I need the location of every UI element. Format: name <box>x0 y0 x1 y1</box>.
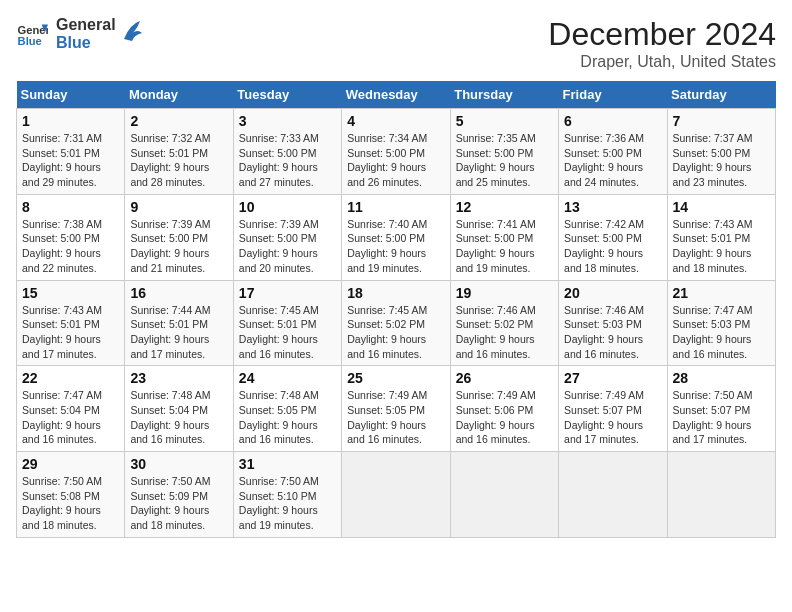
calendar-cell: 31Sunrise: 7:50 AM Sunset: 5:10 PM Dayli… <box>233 452 341 538</box>
day-number: 6 <box>564 113 661 129</box>
calendar-week-row: 8Sunrise: 7:38 AM Sunset: 5:00 PM Daylig… <box>17 194 776 280</box>
calendar-cell: 22Sunrise: 7:47 AM Sunset: 5:04 PM Dayli… <box>17 366 125 452</box>
day-number: 13 <box>564 199 661 215</box>
calendar-cell: 7Sunrise: 7:37 AM Sunset: 5:00 PM Daylig… <box>667 109 775 195</box>
day-number: 28 <box>673 370 770 386</box>
day-info: Sunrise: 7:46 AM Sunset: 5:02 PM Dayligh… <box>456 303 553 362</box>
logo-bird-icon <box>122 19 142 49</box>
calendar-week-row: 22Sunrise: 7:47 AM Sunset: 5:04 PM Dayli… <box>17 366 776 452</box>
day-info: Sunrise: 7:46 AM Sunset: 5:03 PM Dayligh… <box>564 303 661 362</box>
calendar-cell: 8Sunrise: 7:38 AM Sunset: 5:00 PM Daylig… <box>17 194 125 280</box>
day-number: 19 <box>456 285 553 301</box>
calendar-cell <box>559 452 667 538</box>
calendar-cell: 27Sunrise: 7:49 AM Sunset: 5:07 PM Dayli… <box>559 366 667 452</box>
calendar-week-row: 29Sunrise: 7:50 AM Sunset: 5:08 PM Dayli… <box>17 452 776 538</box>
day-number: 18 <box>347 285 444 301</box>
day-number: 2 <box>130 113 227 129</box>
calendar-cell: 4Sunrise: 7:34 AM Sunset: 5:00 PM Daylig… <box>342 109 450 195</box>
day-number: 20 <box>564 285 661 301</box>
svg-text:Blue: Blue <box>18 35 42 47</box>
day-number: 1 <box>22 113 119 129</box>
calendar-cell: 19Sunrise: 7:46 AM Sunset: 5:02 PM Dayli… <box>450 280 558 366</box>
calendar-cell: 20Sunrise: 7:46 AM Sunset: 5:03 PM Dayli… <box>559 280 667 366</box>
day-number: 12 <box>456 199 553 215</box>
main-title: December 2024 <box>548 16 776 53</box>
day-number: 27 <box>564 370 661 386</box>
calendar-cell: 29Sunrise: 7:50 AM Sunset: 5:08 PM Dayli… <box>17 452 125 538</box>
day-info: Sunrise: 7:48 AM Sunset: 5:04 PM Dayligh… <box>130 388 227 447</box>
day-info: Sunrise: 7:39 AM Sunset: 5:00 PM Dayligh… <box>130 217 227 276</box>
calendar-cell: 2Sunrise: 7:32 AM Sunset: 5:01 PM Daylig… <box>125 109 233 195</box>
day-number: 4 <box>347 113 444 129</box>
day-info: Sunrise: 7:48 AM Sunset: 5:05 PM Dayligh… <box>239 388 336 447</box>
day-number: 17 <box>239 285 336 301</box>
calendar-cell: 13Sunrise: 7:42 AM Sunset: 5:00 PM Dayli… <box>559 194 667 280</box>
calendar-cell: 1Sunrise: 7:31 AM Sunset: 5:01 PM Daylig… <box>17 109 125 195</box>
subtitle: Draper, Utah, United States <box>548 53 776 71</box>
calendar-cell: 18Sunrise: 7:45 AM Sunset: 5:02 PM Dayli… <box>342 280 450 366</box>
calendar-cell: 14Sunrise: 7:43 AM Sunset: 5:01 PM Dayli… <box>667 194 775 280</box>
calendar-cell: 28Sunrise: 7:50 AM Sunset: 5:07 PM Dayli… <box>667 366 775 452</box>
calendar-cell: 17Sunrise: 7:45 AM Sunset: 5:01 PM Dayli… <box>233 280 341 366</box>
calendar-cell <box>342 452 450 538</box>
calendar-cell: 3Sunrise: 7:33 AM Sunset: 5:00 PM Daylig… <box>233 109 341 195</box>
day-info: Sunrise: 7:49 AM Sunset: 5:05 PM Dayligh… <box>347 388 444 447</box>
weekday-header-thursday: Thursday <box>450 81 558 109</box>
calendar-cell <box>450 452 558 538</box>
day-number: 26 <box>456 370 553 386</box>
calendar-cell: 10Sunrise: 7:39 AM Sunset: 5:00 PM Dayli… <box>233 194 341 280</box>
header: General Blue General Blue December 2024 … <box>16 16 776 71</box>
title-area: December 2024 Draper, Utah, United State… <box>548 16 776 71</box>
day-info: Sunrise: 7:41 AM Sunset: 5:00 PM Dayligh… <box>456 217 553 276</box>
calendar-cell: 25Sunrise: 7:49 AM Sunset: 5:05 PM Dayli… <box>342 366 450 452</box>
day-number: 21 <box>673 285 770 301</box>
day-number: 11 <box>347 199 444 215</box>
weekday-header-saturday: Saturday <box>667 81 775 109</box>
day-number: 24 <box>239 370 336 386</box>
day-info: Sunrise: 7:50 AM Sunset: 5:07 PM Dayligh… <box>673 388 770 447</box>
day-number: 8 <box>22 199 119 215</box>
logo: General Blue General Blue <box>16 16 142 51</box>
day-info: Sunrise: 7:43 AM Sunset: 5:01 PM Dayligh… <box>673 217 770 276</box>
calendar-cell: 23Sunrise: 7:48 AM Sunset: 5:04 PM Dayli… <box>125 366 233 452</box>
weekday-header-tuesday: Tuesday <box>233 81 341 109</box>
calendar-cell: 26Sunrise: 7:49 AM Sunset: 5:06 PM Dayli… <box>450 366 558 452</box>
calendar-cell: 30Sunrise: 7:50 AM Sunset: 5:09 PM Dayli… <box>125 452 233 538</box>
weekday-header-monday: Monday <box>125 81 233 109</box>
day-info: Sunrise: 7:35 AM Sunset: 5:00 PM Dayligh… <box>456 131 553 190</box>
day-info: Sunrise: 7:32 AM Sunset: 5:01 PM Dayligh… <box>130 131 227 190</box>
calendar-cell: 12Sunrise: 7:41 AM Sunset: 5:00 PM Dayli… <box>450 194 558 280</box>
calendar-cell: 16Sunrise: 7:44 AM Sunset: 5:01 PM Dayli… <box>125 280 233 366</box>
day-info: Sunrise: 7:50 AM Sunset: 5:09 PM Dayligh… <box>130 474 227 533</box>
day-info: Sunrise: 7:31 AM Sunset: 5:01 PM Dayligh… <box>22 131 119 190</box>
day-number: 30 <box>130 456 227 472</box>
day-number: 3 <box>239 113 336 129</box>
day-info: Sunrise: 7:49 AM Sunset: 5:07 PM Dayligh… <box>564 388 661 447</box>
day-number: 7 <box>673 113 770 129</box>
day-number: 29 <box>22 456 119 472</box>
day-number: 22 <box>22 370 119 386</box>
logo-general: General <box>56 16 116 34</box>
calendar-cell: 6Sunrise: 7:36 AM Sunset: 5:00 PM Daylig… <box>559 109 667 195</box>
calendar-cell: 11Sunrise: 7:40 AM Sunset: 5:00 PM Dayli… <box>342 194 450 280</box>
day-number: 16 <box>130 285 227 301</box>
day-number: 31 <box>239 456 336 472</box>
day-info: Sunrise: 7:34 AM Sunset: 5:00 PM Dayligh… <box>347 131 444 190</box>
day-info: Sunrise: 7:36 AM Sunset: 5:00 PM Dayligh… <box>564 131 661 190</box>
logo-icon: General Blue <box>16 18 48 50</box>
day-info: Sunrise: 7:42 AM Sunset: 5:00 PM Dayligh… <box>564 217 661 276</box>
day-info: Sunrise: 7:49 AM Sunset: 5:06 PM Dayligh… <box>456 388 553 447</box>
day-info: Sunrise: 7:50 AM Sunset: 5:10 PM Dayligh… <box>239 474 336 533</box>
weekday-header-sunday: Sunday <box>17 81 125 109</box>
day-number: 10 <box>239 199 336 215</box>
calendar-cell: 5Sunrise: 7:35 AM Sunset: 5:00 PM Daylig… <box>450 109 558 195</box>
calendar-cell: 15Sunrise: 7:43 AM Sunset: 5:01 PM Dayli… <box>17 280 125 366</box>
day-info: Sunrise: 7:50 AM Sunset: 5:08 PM Dayligh… <box>22 474 119 533</box>
day-info: Sunrise: 7:33 AM Sunset: 5:00 PM Dayligh… <box>239 131 336 190</box>
day-info: Sunrise: 7:43 AM Sunset: 5:01 PM Dayligh… <box>22 303 119 362</box>
calendar-cell <box>667 452 775 538</box>
weekday-header-friday: Friday <box>559 81 667 109</box>
weekday-header-wednesday: Wednesday <box>342 81 450 109</box>
day-info: Sunrise: 7:47 AM Sunset: 5:04 PM Dayligh… <box>22 388 119 447</box>
calendar-cell: 21Sunrise: 7:47 AM Sunset: 5:03 PM Dayli… <box>667 280 775 366</box>
